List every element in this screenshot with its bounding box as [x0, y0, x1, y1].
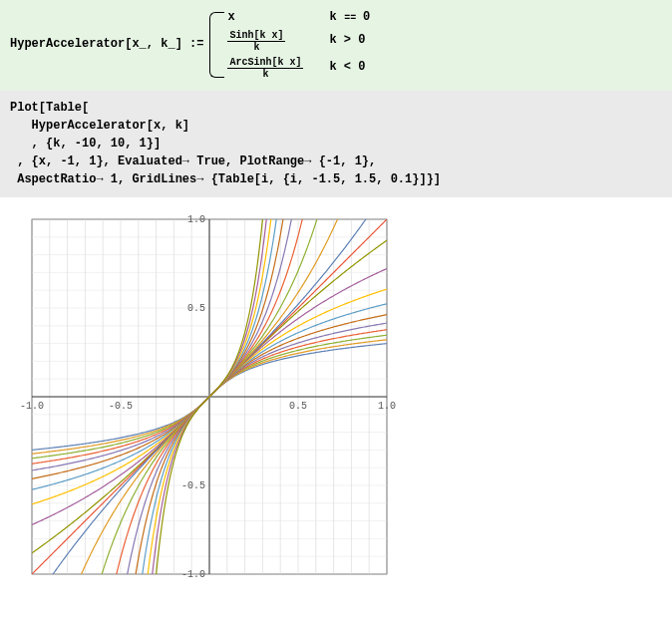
numerator: Sinh[k x]: [227, 30, 285, 42]
svg-text:0.5: 0.5: [289, 401, 307, 412]
svg-text:1.0: 1.0: [378, 401, 396, 412]
case-row: x k ⩵ 0: [227, 8, 396, 28]
svg-text:1.0: 1.0: [187, 214, 205, 225]
plot-output-cell: -1.0-0.50.51.0-1.0-0.50.51.0: [0, 197, 672, 600]
case-expr: x: [227, 8, 329, 28]
piecewise-cases: x k ⩵ 0 Sinh[k x] k k > 0 ArcS: [227, 8, 396, 82]
numerator: ArcSinh[k x]: [227, 57, 303, 69]
definition-cell: HyperAccelerator[x_, k_] := x k ⩵ 0 Sinh…: [0, 0, 672, 91]
case-expr: Sinh[k x] k: [227, 28, 329, 55]
case-cond: k < 0: [329, 55, 396, 82]
fraction: Sinh[k x] k: [227, 30, 285, 53]
definition-row: HyperAccelerator[x_, k_] := x k ⩵ 0 Sinh…: [10, 8, 662, 82]
plot-code-cell[interactable]: Plot[Table[ HyperAccelerator[x, k] , {k,…: [0, 91, 672, 197]
svg-text:0.5: 0.5: [187, 303, 205, 314]
function-plot: -1.0-0.50.51.0-1.0-0.50.51.0: [10, 197, 409, 596]
case-row: ArcSinh[k x] k k < 0: [227, 55, 396, 82]
case-cond: k ⩵ 0: [329, 8, 396, 28]
case-expr: ArcSinh[k x] k: [227, 55, 329, 82]
denominator: k: [227, 42, 285, 53]
svg-text:-0.5: -0.5: [181, 480, 205, 491]
definition-lhs: HyperAccelerator[x_, k_] :=: [10, 37, 203, 53]
case-row: Sinh[k x] k k > 0: [227, 28, 396, 55]
svg-text:-1.0: -1.0: [181, 569, 205, 580]
case-cond: k > 0: [329, 28, 396, 55]
fraction: ArcSinh[k x] k: [227, 57, 303, 80]
svg-text:-0.5: -0.5: [109, 401, 133, 412]
piecewise-brace: x k ⩵ 0 Sinh[k x] k k > 0 ArcS: [209, 8, 396, 82]
denominator: k: [227, 69, 303, 80]
svg-text:-1.0: -1.0: [20, 401, 44, 412]
